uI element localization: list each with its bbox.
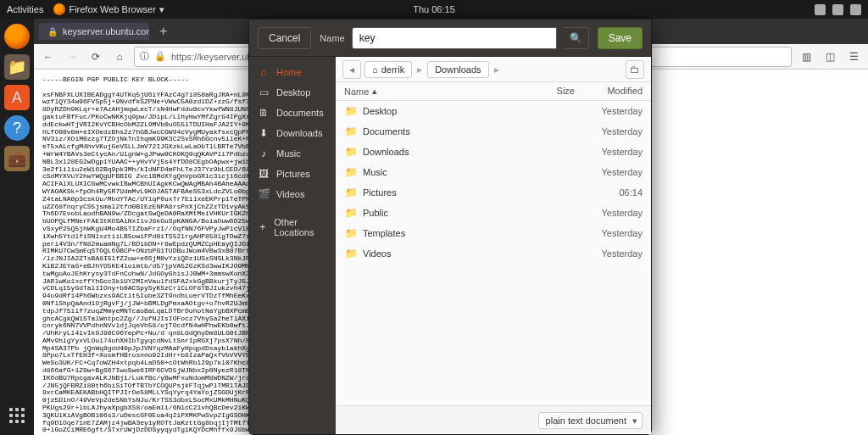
dock-files[interactable]: 📁 xyxy=(4,54,30,80)
path-segment-home[interactable]: ⌂ derrik xyxy=(364,61,412,78)
home-button[interactable]: ⌂ xyxy=(110,47,129,66)
sort-asc-icon: ▴ xyxy=(372,86,377,97)
info-icon[interactable]: ⓘ xyxy=(140,50,149,63)
plus-icon: + xyxy=(258,221,267,233)
path-label: derrik xyxy=(381,64,405,75)
back-button[interactable]: ← xyxy=(39,47,58,66)
new-folder-button[interactable]: 🗀 xyxy=(626,60,644,79)
folder-icon: 📁 xyxy=(344,186,358,199)
sidebar-item-label: Other Locations xyxy=(274,217,327,237)
sidebar-item-home[interactable]: ⌂ Home xyxy=(249,62,336,82)
file-row[interactable]: 📁PublicYesterday xyxy=(336,203,651,223)
dialog-main: ◂ ⌂ derrik ▸ Downloads ▸ 🗀 Name ▴ Size M… xyxy=(336,57,651,434)
file-modified: Yesterday xyxy=(575,106,643,116)
lock-icon: 🔒 xyxy=(154,51,166,62)
sidebar-item-desktop[interactable]: ▭ Desktop xyxy=(249,82,336,103)
file-name: Videos xyxy=(363,248,532,259)
column-header-name[interactable]: Name ▴ xyxy=(344,86,532,97)
videos-icon: 🎬 xyxy=(258,188,270,200)
file-name: Templates xyxy=(363,228,532,238)
sidebar-item-other-locations[interactable]: + Other Locations xyxy=(249,213,336,242)
file-name: Public xyxy=(363,208,532,218)
volume-icon[interactable] xyxy=(832,4,843,15)
app-menu-label: Firefox Web Browser xyxy=(69,4,156,14)
reload-button[interactable]: ⟳ xyxy=(86,47,105,66)
dock-show-apps[interactable] xyxy=(4,403,30,428)
path-bar: ◂ ⌂ derrik ▸ Downloads ▸ 🗀 xyxy=(336,57,651,82)
home-icon: ⌂ xyxy=(258,66,270,78)
sidebar-item-label: Pictures xyxy=(276,169,310,179)
sidebar-item-label: Desktop xyxy=(276,87,310,98)
browser-tab[interactable]: 🔒 keyserver.ubuntu.com/ × xyxy=(39,23,149,40)
folder-icon: 📁 xyxy=(344,125,358,138)
file-name: Music xyxy=(363,167,532,177)
sidebar-item-music[interactable]: ♪ Music xyxy=(249,143,336,164)
file-modified: Yesterday xyxy=(575,126,643,137)
file-name: Downloads xyxy=(363,147,532,157)
search-button[interactable]: 🔍 xyxy=(564,27,589,49)
path-segment-folder[interactable]: Downloads xyxy=(427,61,488,78)
dock-help[interactable]: ? xyxy=(4,115,30,141)
file-row[interactable]: 📁DesktopYesterday xyxy=(336,101,651,121)
chevron-right-icon: ▸ xyxy=(415,64,424,75)
file-row[interactable]: 📁Pictures06:14 xyxy=(336,182,651,203)
power-icon[interactable] xyxy=(850,4,861,15)
sidebar-item-pictures[interactable]: 🖼 Pictures xyxy=(249,164,336,184)
dock-firefox[interactable] xyxy=(4,24,30,49)
file-modified: Yesterday xyxy=(575,228,643,238)
forward-button[interactable]: → xyxy=(63,47,81,66)
folder-icon: 📁 xyxy=(344,226,358,240)
file-modified: 06:14 xyxy=(575,187,643,198)
file-row[interactable]: 📁MusicYesterday xyxy=(336,162,651,182)
file-name: Documents xyxy=(363,126,532,137)
file-row[interactable]: 📁DocumentsYesterday xyxy=(336,121,651,142)
name-label: Name xyxy=(320,33,344,43)
folder-icon: 📁 xyxy=(344,247,358,260)
sidebar-item-documents[interactable]: 🗎 Documents xyxy=(249,103,336,123)
documents-icon: 🗎 xyxy=(258,107,270,119)
library-button[interactable]: ▥ xyxy=(797,47,815,66)
sidebar-button[interactable]: ◫ xyxy=(821,47,839,66)
sidebar-item-label: Downloads xyxy=(276,128,322,138)
sidebar-item-videos[interactable]: 🎬 Videos xyxy=(249,184,336,204)
app-menu[interactable]: Firefox Web Browser ▾ xyxy=(53,3,164,15)
file-modified: Yesterday xyxy=(575,167,643,177)
filename-input[interactable]: key xyxy=(352,27,557,49)
menu-button[interactable]: ☰ xyxy=(844,47,863,66)
places-sidebar: ⌂ Home ▭ Desktop 🗎 Documents ⬇ Downloads… xyxy=(249,57,336,434)
downloads-icon: ⬇ xyxy=(258,127,270,139)
column-header-modified[interactable]: Modified xyxy=(575,86,643,97)
network-icon[interactable] xyxy=(815,4,826,15)
chevron-down-icon: ▾ xyxy=(159,4,164,15)
desktop-icon: ▭ xyxy=(258,86,270,98)
path-back-button[interactable]: ◂ xyxy=(342,60,361,79)
tab-title: keyserver.ubuntu.com/ xyxy=(63,26,149,36)
dialog-footer: plain text document xyxy=(336,405,651,434)
file-list: 📁DesktopYesterday📁DocumentsYesterday📁Dow… xyxy=(336,101,651,405)
column-header-size[interactable]: Size xyxy=(532,86,575,97)
file-row[interactable]: 📁TemplatesYesterday xyxy=(336,223,651,243)
sidebar-item-label: Documents xyxy=(276,108,324,118)
file-modified: Yesterday xyxy=(575,248,643,259)
filetype-select[interactable]: plain text document xyxy=(538,412,643,429)
folder-icon: 📁 xyxy=(344,145,358,159)
clock[interactable]: Thu 06:15 xyxy=(413,4,455,14)
activities-button[interactable]: Activities xyxy=(7,4,43,14)
dock-briefcase[interactable]: 💼 xyxy=(4,146,30,171)
sidebar-item-label: Home xyxy=(276,67,301,77)
pictures-icon: 🖼 xyxy=(258,168,270,180)
dialog-header: Cancel Name key 🔍 Save xyxy=(249,20,651,57)
file-row[interactable]: 📁VideosYesterday xyxy=(336,243,651,264)
gnome-dock: 📁 A ? 💼 xyxy=(0,19,34,435)
file-name: Pictures xyxy=(363,187,532,198)
home-icon: ⌂ xyxy=(372,64,378,75)
folder-icon: 📁 xyxy=(344,165,358,179)
new-tab-button[interactable]: + xyxy=(153,24,174,39)
save-button[interactable]: Save xyxy=(598,27,643,49)
lock-icon: 🔒 xyxy=(47,27,58,36)
dock-software[interactable]: A xyxy=(4,85,30,110)
cancel-button[interactable]: Cancel xyxy=(258,27,311,49)
sidebar-item-downloads[interactable]: ⬇ Downloads xyxy=(249,123,336,143)
sidebar-item-label: Videos xyxy=(276,189,304,199)
file-row[interactable]: 📁DownloadsYesterday xyxy=(336,142,651,162)
